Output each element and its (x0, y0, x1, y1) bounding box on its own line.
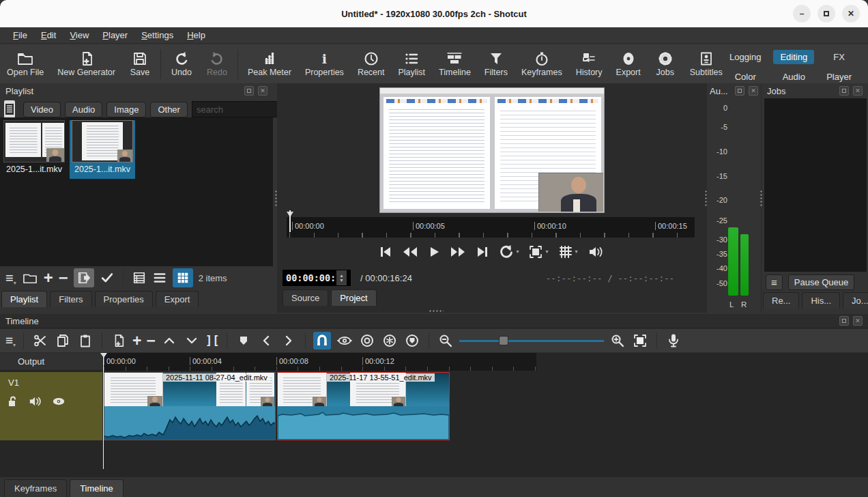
zoom-out-button[interactable] (437, 332, 454, 350)
layout-color[interactable]: Color (728, 70, 763, 84)
add-to-playlist-button[interactable]: + (44, 268, 53, 287)
new-generator-button[interactable]: New Generator (50, 48, 122, 80)
redo-button[interactable]: Redo (199, 48, 235, 80)
timeline-clip[interactable]: 2025-11-11 08-27-04_edit.mkv (104, 372, 276, 440)
filter-audio-button[interactable]: Audio (65, 102, 102, 117)
rewind-button[interactable] (402, 246, 418, 258)
keyframes-button[interactable]: Keyframes (515, 48, 569, 80)
skip-previous-button[interactable] (379, 246, 392, 258)
volume-button[interactable] (588, 245, 605, 259)
tab-properties[interactable]: Properties (95, 291, 153, 307)
timecode-spinner[interactable]: ▲▼ (283, 270, 351, 286)
menu-edit[interactable]: Edit (35, 29, 62, 42)
jobs-float-button[interactable] (839, 86, 849, 96)
close-button[interactable]: ✕ (842, 5, 860, 23)
paste-button[interactable] (76, 332, 94, 350)
snap-toggle[interactable] (313, 332, 331, 350)
fast-forward-button[interactable] (450, 246, 466, 258)
timeline-close-button[interactable]: ✕ (853, 316, 863, 326)
audio-float-button[interactable] (735, 86, 744, 96)
jobs-menu-button[interactable]: ≡ (766, 274, 783, 290)
playlist-button[interactable]: Playlist (391, 48, 432, 80)
tab-timeline[interactable]: Timeline (70, 479, 124, 497)
layout-audio[interactable]: Audio (776, 70, 812, 84)
tab-recent[interactable]: Re... (763, 292, 799, 309)
timeline-playhead[interactable] (103, 353, 104, 469)
minimize-button[interactable]: – (793, 5, 811, 23)
copy-button[interactable] (54, 332, 72, 350)
tab-history[interactable]: His... (802, 292, 840, 309)
loop-button[interactable]: ▾ (499, 244, 519, 259)
output-track-header[interactable]: Output (0, 353, 102, 371)
splitter-handle[interactable] (429, 309, 444, 313)
open-folder-button[interactable] (22, 271, 38, 285)
tab-source[interactable]: Source (283, 289, 328, 306)
undo-button[interactable]: Undo (164, 48, 199, 80)
update-clip-button[interactable] (74, 268, 94, 287)
layout-fx[interactable]: FX (826, 50, 852, 64)
menu-file[interactable]: File (7, 29, 33, 42)
save-button[interactable]: Save (122, 48, 158, 80)
grid-view-button[interactable] (173, 268, 193, 287)
remove-from-playlist-button[interactable]: − (59, 268, 68, 287)
ripple-markers-toggle[interactable] (403, 332, 421, 350)
grid-button[interactable]: ▾ (558, 244, 578, 259)
menu-view[interactable]: View (63, 29, 95, 42)
tab-keyframes[interactable]: Keyframes (4, 479, 67, 497)
peak-meter-button[interactable]: Peak Meter (241, 48, 298, 80)
ripple-toggle[interactable] (358, 332, 376, 350)
play-button[interactable] (428, 246, 440, 258)
record-audio-button[interactable] (665, 332, 682, 350)
history-button[interactable]: History (569, 48, 609, 80)
ripple-all-tracks-toggle[interactable] (381, 332, 399, 350)
timecode-input[interactable] (283, 272, 336, 284)
layout-player[interactable]: Player (820, 70, 858, 84)
title-bar[interactable]: Untitled* - 1920x1080 30.00fps 2ch - Sho… (0, 0, 868, 27)
layout-editing[interactable]: Editing (773, 50, 814, 64)
maximize-button[interactable] (818, 5, 835, 23)
playlist-item[interactable]: 2025-1...it.mkv (1, 120, 67, 179)
next-marker-button[interactable] (280, 332, 298, 350)
pause-queue-button[interactable]: Pause Queue (788, 274, 855, 290)
previous-marker-button[interactable] (257, 332, 275, 350)
filters-button[interactable]: Filters (478, 48, 515, 80)
open-file-button[interactable]: Open File (0, 48, 50, 80)
overwrite-button[interactable] (183, 332, 201, 350)
playlist-item-selected[interactable]: 2025-1...it.mkv (70, 120, 135, 179)
timeline-zoom-slider[interactable] (459, 336, 604, 345)
list-view-button[interactable] (152, 271, 167, 285)
menu-help[interactable]: Help (181, 29, 212, 42)
menu-settings[interactable]: Settings (135, 29, 179, 42)
splitter-handle[interactable] (760, 190, 763, 208)
zoom-fit-button[interactable] (631, 332, 649, 350)
menu-player[interactable]: Player (96, 29, 134, 42)
ripple-delete-button[interactable]: − (147, 332, 156, 350)
recent-button[interactable]: Recent (351, 48, 392, 80)
tab-project[interactable]: Project (331, 289, 376, 306)
jobs-button[interactable]: Jobs (648, 48, 683, 80)
filter-image-button[interactable]: Image (106, 102, 146, 117)
timeline-menu-button[interactable]: ≡▾ (5, 333, 16, 348)
marker-button[interactable] (235, 332, 252, 350)
zoom-in-button[interactable] (609, 332, 626, 350)
cut-button[interactable] (31, 332, 49, 350)
skip-next-button[interactable] (476, 246, 489, 258)
lift-button[interactable] (160, 332, 178, 350)
splitter-handle[interactable] (704, 190, 708, 208)
export-button[interactable]: Export (609, 48, 648, 80)
mute-icon[interactable] (29, 395, 42, 408)
scrub-while-dragging-toggle[interactable] (336, 332, 353, 350)
jobs-close-button[interactable]: ✕ (853, 86, 863, 96)
timeline-ruler[interactable]: 00:00:00 00:00:04 00:00:08 00:00:12 (102, 353, 536, 371)
playlist-float-button[interactable] (244, 86, 254, 96)
timeline-float-button[interactable] (839, 316, 849, 326)
timeline-clip-selected[interactable]: 2025-11-17 13-55-51_edit.mkv (277, 372, 450, 440)
lock-icon[interactable] (7, 395, 19, 408)
player-scrubber[interactable]: 00:00:00 00:00:05 00:00:10 00:00:15 (287, 217, 695, 238)
audio-close-button[interactable]: ✕ (749, 86, 758, 96)
tab-export[interactable]: Export (156, 291, 199, 307)
zoom-fit-button[interactable]: ▾ (528, 244, 548, 259)
tab-playlist[interactable]: Playlist (1, 291, 47, 307)
tab-filters[interactable]: Filters (50, 291, 91, 307)
playlist-menu-button[interactable]: ≡▾ (5, 270, 16, 286)
